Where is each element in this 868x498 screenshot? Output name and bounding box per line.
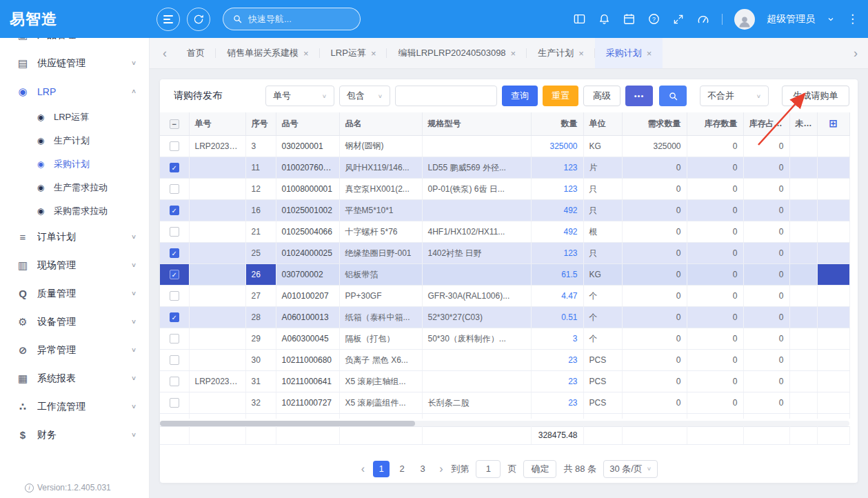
- field-select[interactable]: 单号 ∨: [265, 86, 334, 106]
- demand-qty-cell[interactable]: 0: [622, 414, 687, 419]
- sidebar-item-LRP运算[interactable]: ◉LRP运算: [0, 106, 149, 129]
- help-button[interactable]: ?: [647, 12, 660, 26]
- item-name-cell[interactable]: 风叶HX119/146...: [339, 157, 422, 179]
- generate-purchase-request-button[interactable]: 生成请购单: [782, 86, 849, 106]
- column-header-品名[interactable]: 品名: [339, 112, 422, 135]
- dashboard-button[interactable]: [696, 12, 710, 26]
- sidebar-item-LRP[interactable]: ◉LRP∧: [0, 77, 149, 106]
- row-checkbox[interactable]: [170, 334, 179, 343]
- frozen-cell[interactable]: [817, 350, 849, 371]
- order-no-cell[interactable]: [189, 286, 245, 307]
- close-icon[interactable]: ×: [578, 48, 584, 59]
- row-checkbox[interactable]: ✓: [170, 312, 179, 322]
- extra-cell[interactable]: [789, 200, 817, 221]
- checkbox-cell[interactable]: ✓: [160, 307, 189, 328]
- table-row[interactable]: 1201008000001真空泵HX001(2...0P-01(铁泵) 6齿 日…: [160, 179, 849, 200]
- occupied-qty-cell[interactable]: 0: [743, 286, 789, 307]
- frozen-cell[interactable]: [817, 243, 849, 264]
- spec-cell[interactable]: 1402衬垫 日野: [422, 243, 531, 264]
- checkbox-cell[interactable]: [160, 392, 189, 414]
- merge-select[interactable]: 不合并 ∨: [700, 86, 769, 106]
- item-no-cell[interactable]: A010100207: [276, 286, 339, 307]
- order-no-cell[interactable]: [189, 307, 245, 328]
- column-header-需求数量[interactable]: 需求数量: [622, 112, 687, 135]
- qty-cell[interactable]: 492: [531, 221, 583, 243]
- tab-销售单据关系建模[interactable]: 销售单据关系建模×: [216, 38, 320, 68]
- stock-qty-cell[interactable]: 0: [687, 200, 743, 221]
- status-filter[interactable]: 请购待发布: [174, 90, 222, 102]
- sidebar-item-财务[interactable]: $财务∨: [0, 421, 149, 449]
- unit-cell[interactable]: 只: [583, 243, 622, 264]
- order-no-cell[interactable]: [189, 243, 245, 264]
- item-name-cell[interactable]: 真空泵HX001(2...: [339, 179, 422, 200]
- item-no-cell[interactable]: 10211000727: [276, 392, 339, 414]
- sidebar-item-采购需求拉动[interactable]: ◉采购需求拉动: [0, 199, 149, 223]
- spec-cell[interactable]: [422, 371, 531, 392]
- stock-qty-cell[interactable]: 0: [687, 221, 743, 243]
- column-header-单位[interactable]: 单位: [583, 112, 622, 135]
- operator-select[interactable]: 包含 ∨: [339, 86, 390, 106]
- occupied-qty-cell[interactable]: 0: [743, 264, 789, 286]
- order-no-cell[interactable]: [189, 157, 245, 179]
- demand-qty-cell[interactable]: 0: [622, 221, 687, 243]
- row-checkbox[interactable]: [170, 184, 179, 194]
- frozen-cell[interactable]: [817, 307, 849, 328]
- seq-cell[interactable]: 29: [245, 328, 276, 350]
- workbench-button[interactable]: [573, 12, 586, 26]
- sidebar-item-异常管理[interactable]: ⊘异常管理∨: [0, 336, 149, 364]
- tab-生产计划[interactable]: 生产计划×: [527, 38, 595, 68]
- close-icon[interactable]: ×: [303, 48, 309, 59]
- unit-cell[interactable]: 个: [583, 328, 622, 350]
- close-icon[interactable]: ×: [371, 48, 376, 59]
- checkbox-cell[interactable]: ✓: [160, 200, 189, 221]
- refresh-button[interactable]: [187, 8, 210, 31]
- occupied-qty-cell[interactable]: 0: [743, 243, 789, 264]
- extra-cell[interactable]: [789, 286, 817, 307]
- item-name-cell[interactable]: 隔板（打包）: [339, 328, 422, 350]
- sidebar-toggle-button[interactable]: [157, 8, 180, 31]
- seq-cell[interactable]: 3: [245, 136, 276, 157]
- table-row[interactable]: 3010211000680负离子 黑色 X6...23PCS000: [160, 350, 849, 371]
- demand-qty-cell[interactable]: 325000: [622, 136, 687, 157]
- item-no-cell[interactable]: A060300045: [276, 328, 339, 350]
- select-all-checkbox[interactable]: −: [170, 119, 179, 129]
- column-header-品号[interactable]: 品号: [276, 112, 339, 135]
- checkbox-cell[interactable]: [160, 221, 189, 243]
- item-no-cell[interactable]: A060100013: [276, 307, 339, 328]
- frozen-cell[interactable]: [817, 136, 849, 157]
- extra-cell[interactable]: [789, 221, 817, 243]
- item-name-cell[interactable]: PP+30GF: [339, 286, 422, 307]
- occupied-qty-cell[interactable]: 0: [743, 371, 789, 392]
- next-page-button[interactable]: ›: [438, 463, 444, 475]
- item-name-cell[interactable]: 绝缘垫圈日野-001: [339, 243, 422, 264]
- table-row[interactable]: ✓110100207600000风叶HX119/146...LD55 鹏威569…: [160, 157, 849, 179]
- seq-cell[interactable]: 26: [245, 264, 276, 286]
- column-header-序号[interactable]: 序号: [245, 112, 276, 135]
- demand-qty-cell[interactable]: 0: [622, 307, 687, 328]
- checkbox-cell[interactable]: [160, 371, 189, 392]
- column-header-规格型号[interactable]: 规格型号: [422, 112, 531, 135]
- sidebar-item-生产计划[interactable]: ◉生产计划: [0, 129, 149, 152]
- search-button[interactable]: [659, 86, 687, 106]
- spec-cell[interactable]: [422, 136, 531, 157]
- order-no-cell[interactable]: LRP202309...: [189, 136, 245, 157]
- occupied-qty-cell[interactable]: 0: [743, 350, 789, 371]
- qty-cell[interactable]: 61.5: [531, 264, 583, 286]
- table-row[interactable]: ✓28A060100013纸箱（泰科中箱...52*30*27(C03)0.51…: [160, 307, 849, 328]
- demand-qty-cell[interactable]: 0: [622, 157, 687, 179]
- stock-qty-cell[interactable]: 0: [687, 286, 743, 307]
- order-no-cell[interactable]: [189, 264, 245, 286]
- unit-cell[interactable]: PCS: [583, 392, 622, 414]
- qty-cell[interactable]: 123: [531, 157, 583, 179]
- stock-qty-cell[interactable]: 0: [687, 243, 743, 264]
- table-row[interactable]: LRP202309...3110211000641X5 滚刷主轴组...23PC…: [160, 371, 849, 392]
- extra-cell[interactable]: [789, 179, 817, 200]
- tab-LRP运算[interactable]: LRP运算×: [320, 38, 387, 68]
- horizontal-scrollbar[interactable]: [160, 421, 849, 426]
- stock-qty-cell[interactable]: 0: [687, 392, 743, 414]
- seq-cell[interactable]: 11: [245, 157, 276, 179]
- item-name-cell[interactable]: [339, 414, 422, 419]
- table-row[interactable]: LRP202309...3030200001钢材(圆钢)325000KG3250…: [160, 136, 849, 157]
- tab-编辑LRPLRP20240503098[interactable]: 编辑LRPLRP20240503098×: [387, 38, 527, 68]
- frozen-cell[interactable]: [817, 179, 849, 200]
